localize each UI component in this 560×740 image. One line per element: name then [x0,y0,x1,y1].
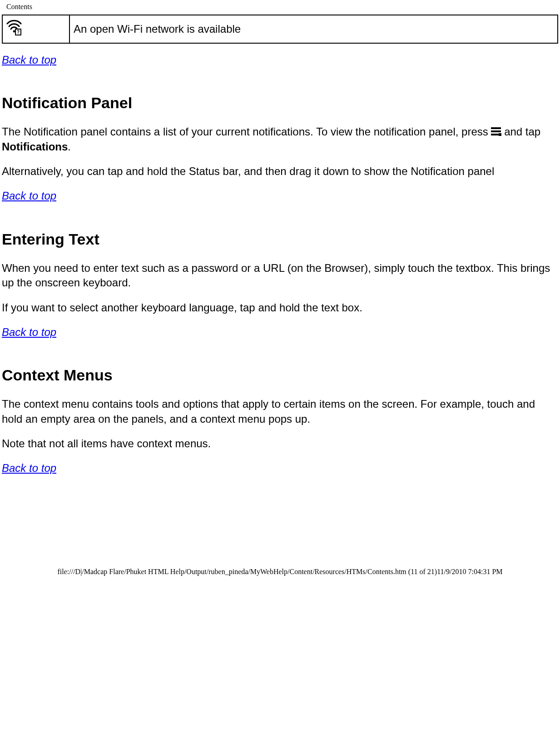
notif-panel-para-2: Alternatively, you can tap and hold the … [2,164,558,179]
footer-file-path: file:///D|/Madcap Flare/Phuket HTML Help… [0,567,560,581]
menu-icon [491,127,501,137]
heading-context-menus: Context Menus [2,365,558,386]
notification-row-text: An open Wi-Fi network is available [69,15,558,43]
heading-notification-panel: Notification Panel [2,93,558,114]
text-bold: Notifications [2,140,68,153]
back-to-top-link[interactable]: Back to top [2,54,56,66]
back-to-top-link[interactable]: Back to top [2,462,56,474]
heading-entering-text: Entering Text [2,229,558,250]
context-menus-para-1: The context menu contains tools and opti… [2,397,558,426]
wifi-icon-cell: ? [2,15,69,43]
back-to-top-link[interactable]: Back to top [2,326,56,338]
notif-panel-para-1: The Notification panel contains a list o… [2,125,558,154]
text-fragment: and tap [501,125,540,138]
text-fragment: . [68,140,71,153]
wifi-open-icon: ? [6,25,22,38]
svg-point-0 [13,30,15,32]
back-to-top-link[interactable]: Back to top [2,190,56,202]
svg-text:?: ? [17,30,20,35]
text-fragment: The Notification panel contains a list o… [2,125,491,138]
entering-text-para-2: If you want to select another keyboard l… [2,300,558,315]
page-header-label: Contents [0,0,560,13]
entering-text-para-1: When you need to enter text such as a pa… [2,261,558,290]
table-row: ? An open Wi-Fi network is available [2,15,558,43]
notification-row-table: ? An open Wi-Fi network is available [2,15,558,44]
context-menus-para-2: Note that not all items have context men… [2,436,558,451]
